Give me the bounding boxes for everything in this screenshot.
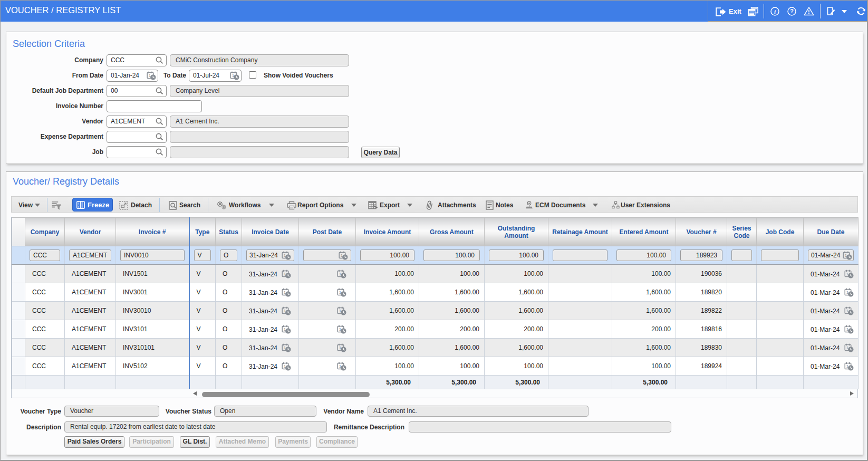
svg-text:?: ? [790,8,794,14]
svg-text:i: i [774,8,776,15]
